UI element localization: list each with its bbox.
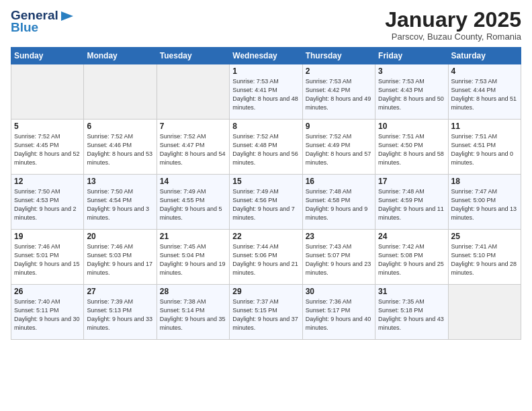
calendar-cell: 24Sunrise: 7:42 AM Sunset: 5:08 PM Dayli… <box>375 230 448 285</box>
logo-blue: Blue <box>11 20 38 35</box>
day-number: 13 <box>87 177 153 186</box>
day-number: 30 <box>306 287 372 296</box>
calendar-header-wednesday: Wednesday <box>230 48 302 64</box>
day-info: Sunrise: 7:53 AM Sunset: 4:44 PM Dayligh… <box>451 77 518 112</box>
calendar-header-row: SundayMondayTuesdayWednesdayThursdayFrid… <box>11 48 521 64</box>
day-number: 26 <box>14 287 81 296</box>
calendar-cell: 29Sunrise: 7:37 AM Sunset: 5:15 PM Dayli… <box>230 285 302 340</box>
calendar-cell: 14Sunrise: 7:49 AM Sunset: 4:55 PM Dayli… <box>157 175 229 230</box>
day-number: 9 <box>306 122 372 131</box>
day-number: 23 <box>306 232 372 241</box>
calendar-cell: 9Sunrise: 7:52 AM Sunset: 4:49 PM Daylig… <box>302 120 375 175</box>
title-block: January 2025 Parscov, Buzau County, Roma… <box>385 8 521 42</box>
calendar-cell: 19Sunrise: 7:46 AM Sunset: 5:01 PM Dayli… <box>11 230 84 285</box>
day-number: 12 <box>14 177 81 186</box>
page: General Blue January 2025 Parscov, Buzau… <box>0 0 532 411</box>
day-info: Sunrise: 7:52 AM Sunset: 4:46 PM Dayligh… <box>87 132 153 167</box>
day-info: Sunrise: 7:46 AM Sunset: 5:01 PM Dayligh… <box>14 242 81 277</box>
day-number: 24 <box>378 232 445 241</box>
day-number: 1 <box>232 66 299 76</box>
day-info: Sunrise: 7:48 AM Sunset: 4:59 PM Dayligh… <box>378 187 445 222</box>
day-number: 17 <box>378 177 445 186</box>
calendar-cell: 11Sunrise: 7:51 AM Sunset: 4:51 PM Dayli… <box>448 120 521 175</box>
calendar-cell: 12Sunrise: 7:50 AM Sunset: 4:53 PM Dayli… <box>11 175 84 230</box>
logo: General Blue <box>11 8 75 35</box>
day-info: Sunrise: 7:41 AM Sunset: 5:10 PM Dayligh… <box>451 242 518 277</box>
day-number: 21 <box>160 232 226 241</box>
calendar-cell <box>84 64 157 120</box>
calendar-cell: 13Sunrise: 7:50 AM Sunset: 4:54 PM Dayli… <box>84 175 157 230</box>
day-info: Sunrise: 7:39 AM Sunset: 5:13 PM Dayligh… <box>87 298 153 332</box>
calendar-cell <box>11 64 84 120</box>
calendar-cell: 6Sunrise: 7:52 AM Sunset: 4:46 PM Daylig… <box>84 120 157 175</box>
day-info: Sunrise: 7:50 AM Sunset: 4:54 PM Dayligh… <box>87 187 153 222</box>
calendar-header-sunday: Sunday <box>11 48 84 64</box>
day-number: 25 <box>451 232 518 241</box>
day-number: 4 <box>451 66 518 76</box>
day-number: 28 <box>160 287 226 296</box>
day-info: Sunrise: 7:49 AM Sunset: 4:55 PM Dayligh… <box>160 187 226 222</box>
day-info: Sunrise: 7:46 AM Sunset: 5:03 PM Dayligh… <box>87 242 153 277</box>
day-number: 10 <box>378 122 445 131</box>
day-info: Sunrise: 7:37 AM Sunset: 5:15 PM Dayligh… <box>232 298 299 332</box>
day-number: 6 <box>87 122 153 131</box>
day-number: 27 <box>87 287 153 296</box>
calendar-cell: 20Sunrise: 7:46 AM Sunset: 5:03 PM Dayli… <box>84 230 157 285</box>
day-info: Sunrise: 7:38 AM Sunset: 5:14 PM Dayligh… <box>160 298 226 332</box>
day-number: 20 <box>87 232 153 241</box>
day-number: 19 <box>14 232 81 241</box>
day-info: Sunrise: 7:50 AM Sunset: 4:53 PM Dayligh… <box>14 187 81 222</box>
day-number: 3 <box>378 66 445 76</box>
day-number: 15 <box>232 177 299 186</box>
calendar-week-2: 12Sunrise: 7:50 AM Sunset: 4:53 PM Dayli… <box>11 175 521 230</box>
calendar-cell: 25Sunrise: 7:41 AM Sunset: 5:10 PM Dayli… <box>448 230 521 285</box>
subtitle: Parscov, Buzau County, Romania <box>385 32 521 42</box>
calendar-cell: 7Sunrise: 7:52 AM Sunset: 4:47 PM Daylig… <box>157 120 229 175</box>
svg-marker-0 <box>61 11 73 21</box>
day-info: Sunrise: 7:36 AM Sunset: 5:17 PM Dayligh… <box>306 298 372 332</box>
calendar-cell: 4Sunrise: 7:53 AM Sunset: 4:44 PM Daylig… <box>448 64 521 120</box>
calendar-header-monday: Monday <box>84 48 157 64</box>
month-title: January 2025 <box>385 8 521 32</box>
day-info: Sunrise: 7:51 AM Sunset: 4:50 PM Dayligh… <box>378 132 445 167</box>
day-info: Sunrise: 7:35 AM Sunset: 5:18 PM Dayligh… <box>378 298 445 332</box>
calendar-cell: 31Sunrise: 7:35 AM Sunset: 5:18 PM Dayli… <box>375 285 448 340</box>
day-info: Sunrise: 7:42 AM Sunset: 5:08 PM Dayligh… <box>378 242 445 277</box>
logo-flag-icon <box>60 10 75 22</box>
day-number: 18 <box>451 177 518 186</box>
calendar-cell: 5Sunrise: 7:52 AM Sunset: 4:45 PM Daylig… <box>11 120 84 175</box>
day-number: 16 <box>306 177 372 186</box>
calendar-cell: 17Sunrise: 7:48 AM Sunset: 4:59 PM Dayli… <box>375 175 448 230</box>
calendar-cell: 16Sunrise: 7:48 AM Sunset: 4:58 PM Dayli… <box>302 175 375 230</box>
calendar-cell: 10Sunrise: 7:51 AM Sunset: 4:50 PM Dayli… <box>375 120 448 175</box>
calendar-cell <box>157 64 229 120</box>
day-number: 29 <box>232 287 299 296</box>
day-number: 14 <box>160 177 226 186</box>
calendar-cell: 27Sunrise: 7:39 AM Sunset: 5:13 PM Dayli… <box>84 285 157 340</box>
calendar-cell: 15Sunrise: 7:49 AM Sunset: 4:56 PM Dayli… <box>230 175 302 230</box>
calendar-cell: 2Sunrise: 7:53 AM Sunset: 4:42 PM Daylig… <box>302 64 375 120</box>
calendar-header-tuesday: Tuesday <box>157 48 229 64</box>
calendar-header-friday: Friday <box>375 48 448 64</box>
calendar-header-thursday: Thursday <box>302 48 375 64</box>
calendar-week-0: 1Sunrise: 7:53 AM Sunset: 4:41 PM Daylig… <box>11 64 521 120</box>
day-info: Sunrise: 7:52 AM Sunset: 4:48 PM Dayligh… <box>232 132 299 167</box>
day-info: Sunrise: 7:44 AM Sunset: 5:06 PM Dayligh… <box>232 242 299 277</box>
calendar-cell: 28Sunrise: 7:38 AM Sunset: 5:14 PM Dayli… <box>157 285 229 340</box>
day-info: Sunrise: 7:52 AM Sunset: 4:45 PM Dayligh… <box>14 132 81 167</box>
calendar-cell: 3Sunrise: 7:53 AM Sunset: 4:43 PM Daylig… <box>375 64 448 120</box>
calendar-cell: 30Sunrise: 7:36 AM Sunset: 5:17 PM Dayli… <box>302 285 375 340</box>
day-info: Sunrise: 7:47 AM Sunset: 5:00 PM Dayligh… <box>451 187 518 222</box>
day-number: 31 <box>378 287 445 296</box>
day-info: Sunrise: 7:43 AM Sunset: 5:07 PM Dayligh… <box>306 242 372 277</box>
day-info: Sunrise: 7:53 AM Sunset: 4:42 PM Dayligh… <box>306 77 372 112</box>
day-info: Sunrise: 7:49 AM Sunset: 4:56 PM Dayligh… <box>232 187 299 222</box>
calendar-table: SundayMondayTuesdayWednesdayThursdayFrid… <box>11 47 521 340</box>
day-number: 7 <box>160 122 226 131</box>
calendar-week-3: 19Sunrise: 7:46 AM Sunset: 5:01 PM Dayli… <box>11 230 521 285</box>
day-info: Sunrise: 7:51 AM Sunset: 4:51 PM Dayligh… <box>451 132 518 167</box>
day-info: Sunrise: 7:48 AM Sunset: 4:58 PM Dayligh… <box>306 187 372 222</box>
calendar-week-1: 5Sunrise: 7:52 AM Sunset: 4:45 PM Daylig… <box>11 120 521 175</box>
day-info: Sunrise: 7:53 AM Sunset: 4:41 PM Dayligh… <box>232 77 299 112</box>
day-number: 11 <box>451 122 518 131</box>
